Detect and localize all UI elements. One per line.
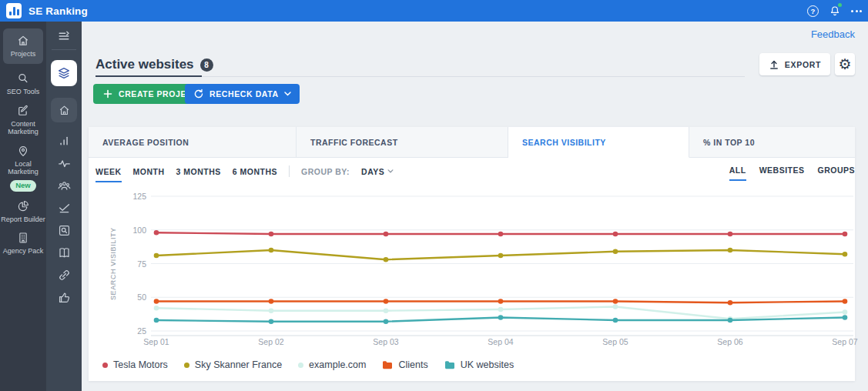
double-check-icon	[57, 201, 72, 216]
data-point[interactable]	[384, 308, 389, 313]
settings-gear-icon[interactable]: ⚙	[835, 53, 855, 75]
sidebar-item-local-marketing[interactable]: Local Marketing New	[1, 144, 45, 192]
primary-sidebar: Projects SEO Tools Content Marketing Loc…	[0, 22, 46, 391]
data-point[interactable]	[613, 304, 618, 309]
data-point[interactable]	[269, 299, 274, 304]
chevron-down-icon	[387, 169, 394, 173]
feedback-link[interactable]: Feedback	[811, 28, 855, 40]
edit-icon	[16, 104, 30, 118]
data-point[interactable]	[843, 309, 848, 315]
recheck-data-button[interactable]: RECHECK DATA	[185, 84, 300, 104]
collapse-sidebar-icon[interactable]	[56, 28, 72, 44]
scope-groups[interactable]: GROUPS	[817, 165, 855, 175]
legend-item[interactable]: example.com	[298, 359, 366, 370]
sidebar-item-label: SEO Tools	[7, 88, 39, 96]
data-point[interactable]	[498, 253, 504, 259]
data-point[interactable]	[613, 318, 618, 323]
metric-tabs: AVERAGE POSITION TRAFFIC FORECAST SEARCH…	[89, 127, 855, 158]
legend-item[interactable]: Sky Skanner France	[184, 359, 282, 370]
data-point[interactable]	[728, 232, 733, 237]
sidebar-item-competitors[interactable]	[57, 179, 72, 193]
data-point[interactable]	[498, 232, 504, 237]
sidebar-item-seo-tools[interactable]: SEO Tools	[1, 72, 45, 96]
data-point[interactable]	[154, 318, 159, 323]
home-icon	[58, 104, 71, 117]
data-point[interactable]	[498, 307, 504, 312]
scope-websites[interactable]: WEBSITES	[759, 165, 805, 175]
data-point[interactable]	[154, 306, 159, 311]
data-point[interactable]	[269, 248, 274, 253]
data-point[interactable]	[728, 248, 733, 253]
tab-average-position[interactable]: AVERAGE POSITION	[89, 127, 297, 158]
legend-item[interactable]: Tesla Motors	[102, 359, 168, 370]
more-menu-icon[interactable]	[851, 7, 862, 15]
x-axis-label: Sep 01	[143, 337, 169, 346]
notifications-bell-icon[interactable]	[829, 5, 841, 17]
data-point[interactable]	[384, 319, 389, 324]
legend-item[interactable]: UK websites	[444, 359, 514, 370]
sidebar-item-social-media[interactable]	[57, 290, 72, 305]
scope-all[interactable]: ALL	[729, 165, 746, 175]
data-point[interactable]	[843, 252, 848, 257]
data-point[interactable]	[613, 232, 618, 237]
sidebar-item-content-marketing[interactable]: Content Marketing	[1, 104, 45, 136]
brand-name: SE Ranking	[28, 5, 88, 17]
filter-divider	[289, 165, 290, 177]
data-point[interactable]	[843, 232, 848, 237]
data-point[interactable]	[269, 319, 274, 324]
sidebar-item-keyword-checker[interactable]	[57, 201, 72, 216]
se-ranking-logo-icon[interactable]	[6, 3, 22, 18]
data-point[interactable]	[154, 253, 159, 259]
data-point[interactable]	[613, 249, 618, 254]
help-icon[interactable]: ?	[807, 5, 819, 17]
page-title-text: Active websites	[96, 57, 194, 72]
data-point[interactable]	[269, 308, 274, 313]
sidebar-item-overview[interactable]	[51, 98, 77, 122]
tab-traffic-forecast[interactable]: TRAFFIC FORECAST	[297, 127, 508, 158]
x-axis-label: Sep 07	[832, 337, 857, 346]
data-point[interactable]	[613, 299, 618, 304]
data-point[interactable]	[384, 299, 389, 304]
data-point[interactable]	[498, 315, 504, 320]
series-dot-icon	[102, 363, 108, 368]
sidebar-item-agency-pack[interactable]: Agency Pack	[1, 231, 45, 256]
sidebar-item-content-guide[interactable]	[57, 246, 72, 260]
data-point[interactable]	[498, 299, 504, 304]
notification-dot	[838, 3, 842, 7]
data-point[interactable]	[728, 318, 733, 323]
data-point[interactable]	[154, 230, 159, 236]
sidebar-item-projects-dashboard[interactable]	[51, 60, 77, 86]
group-by-select[interactable]: DAYS	[361, 167, 394, 176]
tab-percent-in-top-10[interactable]: % IN TOP 10	[689, 127, 855, 158]
sidebar-item-backlinks[interactable]	[57, 268, 72, 282]
period-6-months[interactable]: 6 MONTHS	[233, 167, 277, 176]
period-3-months[interactable]: 3 MONTHS	[176, 167, 221, 176]
period-month[interactable]: MONTH	[133, 167, 165, 176]
period-week[interactable]: WEEK	[96, 167, 122, 176]
data-point[interactable]	[843, 299, 848, 304]
data-point[interactable]	[269, 232, 274, 237]
x-axis-label: Sep 05	[602, 337, 628, 346]
chart-legend: Tesla MotorsSky Skanner Franceexample.co…	[102, 359, 514, 370]
data-point[interactable]	[728, 300, 733, 306]
legend-item[interactable]: Clients	[382, 359, 427, 370]
websites-count-badge: 8	[200, 58, 213, 72]
title-underline	[96, 75, 202, 77]
title-underline-track	[202, 76, 745, 77]
page-title: Active websites 8	[96, 57, 213, 72]
building-icon	[16, 231, 30, 245]
sidebar-item-projects[interactable]: Projects	[3, 28, 43, 64]
tab-search-visibility[interactable]: SEARCH VISIBILITY	[508, 127, 689, 158]
folder-icon	[382, 360, 393, 369]
data-point[interactable]	[154, 299, 159, 304]
sidebar-item-report-builder[interactable]: Report Builder	[1, 199, 45, 224]
sidebar-item-site-audit[interactable]	[57, 223, 72, 238]
data-point[interactable]	[384, 257, 389, 262]
data-point[interactable]	[843, 315, 848, 320]
export-button[interactable]: EXPORT	[759, 53, 830, 75]
sidebar-item-traffic-analytics[interactable]	[57, 156, 72, 171]
x-axis-labels: Sep 01Sep 02Sep 03Sep 04Sep 05Sep 06Sep …	[151, 337, 853, 348]
sidebar-item-rankings[interactable]	[57, 134, 72, 149]
y-axis-tick: 25	[137, 326, 146, 336]
data-point[interactable]	[384, 232, 389, 237]
